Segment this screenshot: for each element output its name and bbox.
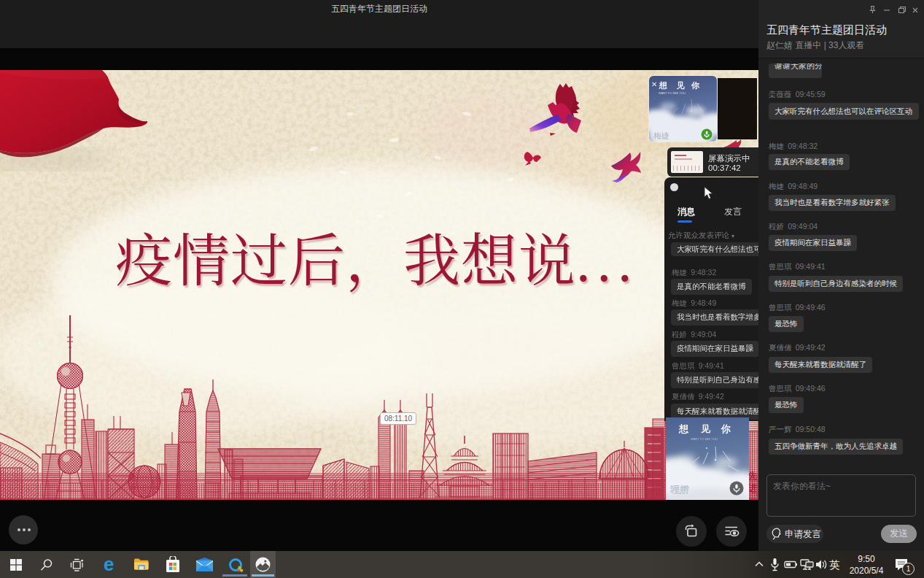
svg-text:WANT TO SEE YOU: WANT TO SEE YOU: [659, 91, 686, 95]
svg-text:见: 见: [676, 81, 685, 90]
svg-text:✕: ✕: [651, 80, 657, 88]
svg-text:想: 想: [678, 423, 689, 434]
svg-text:想: 想: [659, 81, 667, 90]
svg-text:程娇: 程娇: [670, 484, 689, 495]
svg-text:梅婕: 梅婕: [653, 131, 669, 140]
svg-text:你: 你: [721, 423, 731, 434]
svg-text:WANT TO SEE YOU: WANT TO SEE YOU: [691, 437, 718, 441]
svg-text:你: 你: [691, 81, 700, 90]
svg-text:见: 见: [700, 423, 711, 434]
